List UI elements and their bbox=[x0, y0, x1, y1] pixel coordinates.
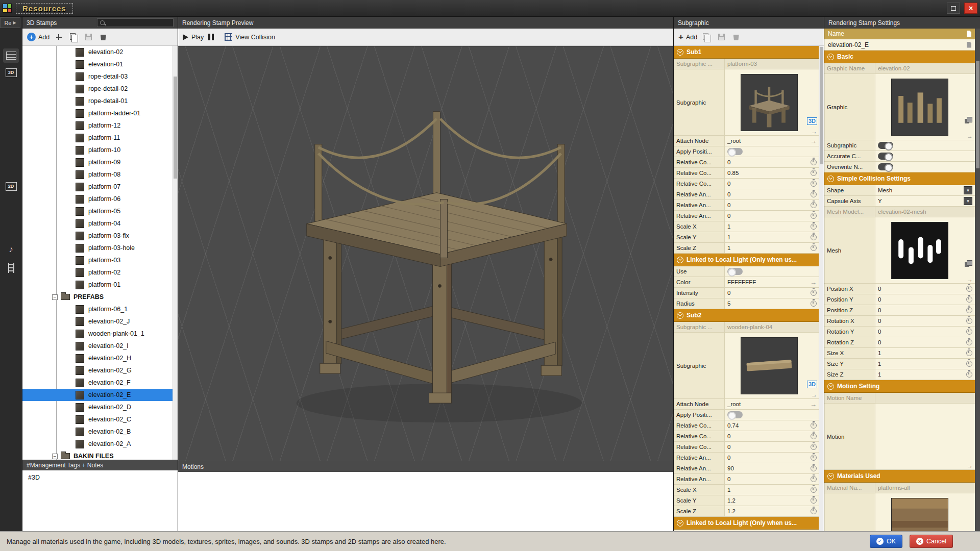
goto-arrow-icon[interactable]: → bbox=[811, 392, 817, 398]
pause-button[interactable] bbox=[208, 34, 214, 40]
keyframe-icon[interactable] bbox=[811, 223, 817, 230]
property-value[interactable]: 1.2 bbox=[725, 506, 819, 516]
property-value[interactable]: 0 bbox=[875, 327, 975, 337]
collapsed-panel-tab[interactable]: Re ▶ bbox=[0, 17, 20, 28]
property-value[interactable]: 0 bbox=[725, 211, 819, 221]
section-header[interactable]: Linked to Local Light (Only when us... bbox=[674, 517, 819, 530]
value-text[interactable]: 1 bbox=[727, 223, 730, 230]
keyframe-icon[interactable] bbox=[811, 181, 817, 187]
tree-item[interactable]: platform-04 bbox=[22, 217, 173, 230]
value-text[interactable]: 0.85 bbox=[727, 170, 739, 176]
keyframe-icon[interactable] bbox=[811, 497, 817, 504]
property-value[interactable]: 0 bbox=[875, 305, 975, 315]
property-value[interactable]: 0.85 bbox=[725, 168, 819, 178]
settings-scrollbar[interactable] bbox=[975, 29, 980, 531]
keyframe-icon[interactable] bbox=[811, 290, 817, 296]
toggle-switch[interactable] bbox=[878, 142, 893, 149]
value-text[interactable]: 0 bbox=[878, 329, 881, 335]
property-value[interactable]: Mesh▾ bbox=[875, 185, 975, 195]
sidebar-item-animations[interactable] bbox=[3, 261, 19, 275]
tree-item[interactable]: platform-12 bbox=[22, 119, 173, 132]
tree-item[interactable]: platform-09 bbox=[22, 156, 173, 168]
thumbnail-preview[interactable] bbox=[891, 222, 948, 279]
property-value[interactable]: 0 bbox=[875, 316, 975, 326]
tree-item[interactable]: platform-06 bbox=[22, 193, 173, 205]
property-value[interactable]: 1 bbox=[725, 221, 819, 232]
tree-folder[interactable]: −BAKIN FILES bbox=[22, 450, 173, 460]
value-text[interactable]: 1 bbox=[727, 245, 730, 251]
goto-arrow-icon[interactable]: → bbox=[967, 277, 973, 283]
property-value[interactable]: 0 bbox=[725, 189, 819, 199]
tree-item[interactable]: elevation-02_A bbox=[22, 438, 173, 450]
thumbnail-preview[interactable] bbox=[741, 337, 798, 394]
value-text[interactable]: 5 bbox=[727, 300, 730, 307]
keyframe-icon[interactable] bbox=[966, 350, 972, 356]
keyframe-icon[interactable] bbox=[811, 202, 817, 208]
tree-item[interactable]: platform-08 bbox=[22, 168, 173, 181]
layers-icon[interactable] bbox=[965, 260, 972, 268]
value-text[interactable]: 0 bbox=[727, 455, 730, 461]
tree-item[interactable]: rope-detail-03 bbox=[22, 70, 173, 83]
value-text[interactable]: 0 bbox=[878, 307, 881, 313]
keyframe-icon[interactable] bbox=[811, 422, 817, 429]
keyframe-icon[interactable] bbox=[811, 159, 817, 165]
value-text[interactable]: 0 bbox=[878, 318, 881, 324]
thumbnail-preview[interactable] bbox=[741, 74, 798, 131]
tree-item[interactable]: platform-ladder-01 bbox=[22, 107, 173, 119]
property-value[interactable]: Y▾ bbox=[875, 196, 975, 206]
value-text[interactable]: 0 bbox=[727, 202, 730, 208]
property-value[interactable]: 5 bbox=[725, 298, 819, 309]
tree-item[interactable]: wooden-plank-01_1 bbox=[22, 328, 173, 340]
toggle-switch[interactable] bbox=[878, 153, 893, 160]
property-value[interactable]: 1 bbox=[875, 369, 975, 380]
property-value[interactable]: 0 bbox=[725, 431, 819, 441]
goto-arrow-icon[interactable]: → bbox=[810, 138, 817, 144]
property-value[interactable]: 0 bbox=[725, 442, 819, 452]
property-value[interactable]: 1 bbox=[725, 243, 819, 253]
tree-item[interactable]: elevation-02_C bbox=[22, 413, 173, 425]
goto-arrow-icon[interactable]: → bbox=[810, 401, 817, 408]
value-text[interactable]: 0 bbox=[878, 286, 881, 292]
keyframe-icon[interactable] bbox=[811, 170, 817, 176]
property-value[interactable]: 0 bbox=[725, 288, 819, 298]
sidebar-item-3d-stamps[interactable]: 3D bbox=[3, 65, 19, 80]
ok-button[interactable]: ✓ OK bbox=[870, 535, 902, 548]
tree-item[interactable]: elevation-02_D bbox=[22, 401, 173, 413]
property-value[interactable]: 1 bbox=[875, 359, 975, 369]
section-header[interactable]: Simple Collision Settings bbox=[824, 172, 975, 185]
tree-item[interactable]: platform-11 bbox=[22, 132, 173, 144]
value-text[interactable]: 0 bbox=[727, 181, 730, 187]
property-value[interactable]: 0.74 bbox=[725, 420, 819, 431]
property-value[interactable]: platforms-all bbox=[875, 483, 975, 493]
value-text[interactable]: 0 bbox=[727, 191, 730, 197]
property-value[interactable]: _root→ bbox=[725, 136, 819, 146]
property-value[interactable]: 1 bbox=[725, 485, 819, 495]
property-value[interactable]: _root→ bbox=[725, 399, 819, 409]
tree-item[interactable]: elevation-01 bbox=[22, 58, 173, 70]
3d-viewport[interactable] bbox=[178, 46, 673, 461]
keyframe-icon[interactable] bbox=[811, 476, 817, 482]
layers-icon[interactable] bbox=[965, 117, 972, 124]
delete-subgraphic-button[interactable] bbox=[730, 32, 742, 43]
tree-item[interactable]: elevation-02_J bbox=[22, 315, 173, 328]
tree-item[interactable]: platform-06_1 bbox=[22, 303, 173, 315]
keyframe-icon[interactable] bbox=[966, 307, 972, 313]
goto-arrow-icon[interactable]: → bbox=[811, 129, 817, 135]
section-header[interactable]: Sub1 bbox=[674, 46, 819, 59]
tree-item[interactable]: rope-detail-02 bbox=[22, 83, 173, 95]
property-value[interactable] bbox=[725, 266, 819, 277]
keyframe-icon[interactable] bbox=[811, 213, 817, 219]
keyframe-icon[interactable] bbox=[966, 371, 972, 378]
property-value[interactable] bbox=[875, 393, 975, 403]
tags-content[interactable]: #3D bbox=[22, 470, 178, 531]
edit-name-icon[interactable] bbox=[967, 31, 971, 37]
scrollbar-thumb[interactable] bbox=[820, 47, 823, 164]
keyframe-icon[interactable] bbox=[811, 444, 817, 450]
value-text[interactable]: 0 bbox=[727, 290, 730, 296]
tree-item[interactable]: rope-detail-01 bbox=[22, 95, 173, 107]
property-value[interactable] bbox=[875, 151, 975, 161]
add-stamp-button[interactable]: + Add bbox=[27, 33, 50, 41]
property-value[interactable]: 0 bbox=[725, 179, 819, 189]
property-value[interactable] bbox=[725, 146, 819, 157]
search-input[interactable] bbox=[108, 20, 171, 26]
